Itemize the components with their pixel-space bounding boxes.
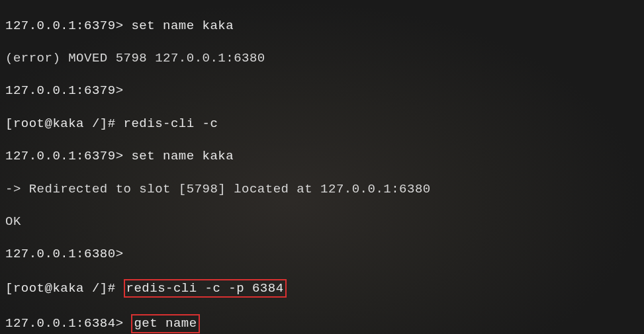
redis-command: get name (134, 316, 197, 331)
redis-command: set name kaka (131, 149, 234, 163)
redirect-output: -> Redirected to slot [5798] located at … (5, 181, 639, 198)
highlight-box: redis-cli -c -p 6384 (124, 279, 287, 298)
terminal-line: 127.0.0.1:6384> get name (5, 314, 639, 333)
terminal-line: [root@kaka /]# redis-cli -c -p 6384 (5, 279, 639, 298)
terminal-line: 127.0.0.1:6379> set name kaka (5, 148, 639, 165)
terminal-line: 127.0.0.1:6379> set name kaka (5, 18, 639, 34)
redis-prompt: 127.0.0.1:6384> (5, 316, 131, 331)
redis-prompt: 127.0.0.1:6380> (5, 246, 639, 263)
shell-prompt: [root@kaka /]# (5, 281, 124, 296)
highlight-box: get name (131, 314, 199, 333)
redis-prompt: 127.0.0.1:6379> (5, 149, 131, 163)
shell-command: redis-cli -c (124, 116, 218, 131)
shell-prompt: [root@kaka /]# (5, 116, 124, 131)
redis-command: set name kaka (131, 19, 234, 33)
terminal-line: [root@kaka /]# redis-cli -c (5, 116, 639, 132)
redis-prompt: 127.0.0.1:6379> (5, 83, 639, 99)
error-output: (error) MOVED 5798 127.0.0.1:6380 (5, 50, 639, 67)
redis-prompt: 127.0.0.1:6379> (5, 19, 131, 33)
ok-output: OK (5, 214, 639, 230)
terminal-output[interactable]: 127.0.0.1:6379> set name kaka (error) MO… (5, 1, 639, 334)
shell-command: redis-cli -c -p 6384 (126, 281, 284, 296)
